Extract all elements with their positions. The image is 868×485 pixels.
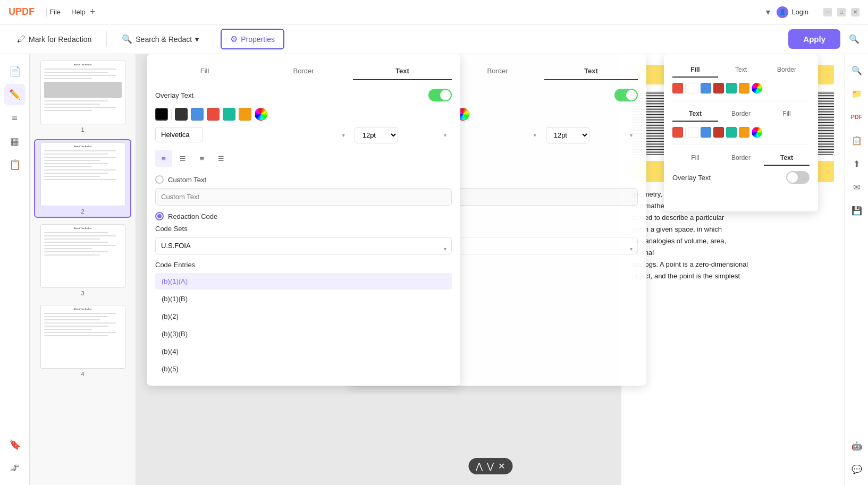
right-icon-chat[interactable]: 💬 <box>847 460 866 479</box>
chevron-down-icon[interactable]: ▾ <box>766 7 770 17</box>
right-icon-upload[interactable]: ⬆ <box>847 154 866 173</box>
thumbnail-4[interactable]: About The Author 4 <box>34 303 131 379</box>
props-color-pattern-1[interactable] <box>688 83 698 93</box>
sidebar-icon-attach[interactable]: 🖇 <box>4 457 26 479</box>
properties-button[interactable]: ⚙ Properties <box>221 29 284 49</box>
redaction-code-radio-left[interactable] <box>155 212 164 220</box>
props-tab-fill-1[interactable]: Fill <box>672 63 718 78</box>
right-icons-panel: 🔍 📁 PDF 📋 ⬆ ✉ 💾 🤖 💬 <box>845 54 868 485</box>
menu-help[interactable]: Help <box>71 8 86 16</box>
right-icon-folder[interactable]: 📁 <box>847 84 866 103</box>
thumbnail-3[interactable]: About The Author 3 <box>34 222 131 299</box>
search-redact-button[interactable]: 🔍 Search & Redact ▾ <box>113 30 207 48</box>
maximize-button[interactable]: □ <box>837 8 846 16</box>
font-select-left[interactable]: Helvetica <box>155 127 203 142</box>
mark-redaction-button[interactable]: 🖊 Mark for Redaction <box>9 30 100 48</box>
props-tab-text-1[interactable]: Text <box>718 63 764 78</box>
props-color-darkred-2[interactable] <box>713 127 724 138</box>
custom-text-input-left[interactable] <box>155 188 452 206</box>
color-teal-left[interactable] <box>223 108 235 121</box>
tab-fill-left[interactable]: Fill <box>155 63 254 80</box>
props-color-red-1[interactable] <box>672 83 683 93</box>
color-red-left[interactable] <box>207 108 220 121</box>
props-tab-border-1[interactable]: Border <box>764 63 810 78</box>
right-icon-ai[interactable]: 🤖 <box>847 436 866 455</box>
code-entry-b4-left[interactable]: (b)(4) <box>155 343 452 360</box>
props-color-teal-2[interactable] <box>726 127 737 138</box>
login-button[interactable]: 👤 Login <box>777 6 808 18</box>
sidebar-icon-grid[interactable]: ▦ <box>4 131 26 152</box>
right-icon-document[interactable]: 📋 <box>847 131 866 150</box>
next-button[interactable]: ⋁ <box>487 461 494 471</box>
props-color-teal-1[interactable] <box>726 83 737 93</box>
color-multi-left[interactable] <box>255 108 267 121</box>
custom-text-radio-left[interactable] <box>155 175 164 184</box>
right-icon-search[interactable]: 🔍 <box>847 61 866 80</box>
thumbnail-1[interactable]: About The Author 1 <box>34 58 131 135</box>
props-tab-border-2[interactable]: Border <box>718 107 764 122</box>
overlay-toggle-left[interactable] <box>428 89 452 101</box>
align-justify-btn[interactable]: ☰ <box>213 150 230 167</box>
props-color-yellow-1[interactable] <box>739 83 749 93</box>
right-icon-pdf[interactable]: PDF <box>847 107 866 126</box>
overlay-toggle-mid[interactable] <box>614 89 638 101</box>
props-color-red-2[interactable] <box>672 127 683 138</box>
minimize-button[interactable]: ─ <box>823 8 832 16</box>
code-sets-label-left: Code Sets <box>155 225 452 233</box>
props-color-multi-2[interactable] <box>752 127 762 138</box>
prev-button[interactable]: ⋀ <box>476 461 483 471</box>
props-tab-fill-3[interactable]: Fill <box>672 151 718 166</box>
sidebar-icon-edit[interactable]: ✏️ <box>4 84 26 105</box>
props-color-blue-1[interactable] <box>701 83 711 93</box>
search-redact-label: Search & Redact <box>136 35 192 44</box>
props-colors-1 <box>672 83 810 93</box>
color-sep-left <box>171 109 172 120</box>
sidebar-icon-bookmark[interactable]: 🔖 <box>4 434 26 455</box>
props-colors-2 <box>672 127 810 138</box>
align-left-btn[interactable]: ≡ <box>155 150 172 167</box>
thumbnail-2[interactable]: About The Author 2 <box>34 139 131 218</box>
close-button[interactable]: ✕ <box>851 8 859 16</box>
align-center-btn[interactable]: ☰ <box>174 150 191 167</box>
sidebar-icon-list[interactable]: ≡ <box>4 107 26 129</box>
code-entry-b3b-left[interactable]: (b)(3)(B) <box>155 326 452 342</box>
props-color-blue-2[interactable] <box>701 127 711 138</box>
color-yellow-left[interactable] <box>239 108 251 121</box>
sidebar-icon-form[interactable]: 📋 <box>4 154 26 175</box>
props-color-multi-1[interactable] <box>752 83 762 93</box>
color-dark-left[interactable] <box>175 108 188 121</box>
color-blue-left[interactable] <box>191 108 204 121</box>
sidebar-icon-document[interactable]: 📄 <box>4 61 26 82</box>
tab-border-left[interactable]: Border <box>254 63 353 80</box>
code-entry-b1b-left[interactable]: (b)(1)(B) <box>155 291 452 307</box>
color-black-left[interactable] <box>155 108 168 121</box>
props-tab-fill-2[interactable]: Fill <box>764 107 810 122</box>
mark-redaction-label: Mark for Redaction <box>29 35 91 44</box>
tab-border-mid[interactable]: Border <box>451 63 544 80</box>
code-entry-b2-left[interactable]: (b)(2) <box>155 308 452 325</box>
menu-file[interactable]: File <box>49 8 61 16</box>
props-color-darkred-1[interactable] <box>713 83 724 93</box>
close-controls-button[interactable]: ✕ <box>498 461 505 471</box>
overlay-toggle-right[interactable] <box>786 171 810 184</box>
code-entry-b5-left[interactable]: (b)(5) <box>155 361 452 377</box>
titlebar-right: ▾ 👤 Login ─ □ ✕ <box>766 6 859 18</box>
props-color-yellow-2[interactable] <box>739 127 749 138</box>
props-color-pattern-2[interactable] <box>688 127 698 138</box>
right-icon-mail[interactable]: ✉ <box>847 177 866 197</box>
tab-text-left[interactable]: Text <box>353 63 452 80</box>
code-entry-b1a-left[interactable]: (b)(1)(A) <box>155 273 452 290</box>
size-select-mid[interactable]: 12pt <box>546 127 589 143</box>
thumb-label-4: 4 <box>36 371 129 377</box>
right-icon-save[interactable]: 💾 <box>847 201 866 220</box>
props-tab-text-2[interactable]: Text <box>672 107 718 122</box>
new-tab-button[interactable]: + <box>90 6 96 18</box>
code-sets-select-left[interactable]: U.S.FOIA <box>155 237 452 254</box>
apply-button[interactable]: Apply <box>788 29 840 49</box>
align-right-btn[interactable]: ≡ <box>193 150 210 167</box>
props-tab-text-3[interactable]: Text <box>764 151 810 166</box>
props-tab-border-3[interactable]: Border <box>718 151 764 166</box>
tab-text-mid[interactable]: Text <box>544 63 638 80</box>
search-icon[interactable]: 🔍 <box>849 34 859 44</box>
size-select-left[interactable]: 12pt <box>355 127 398 143</box>
